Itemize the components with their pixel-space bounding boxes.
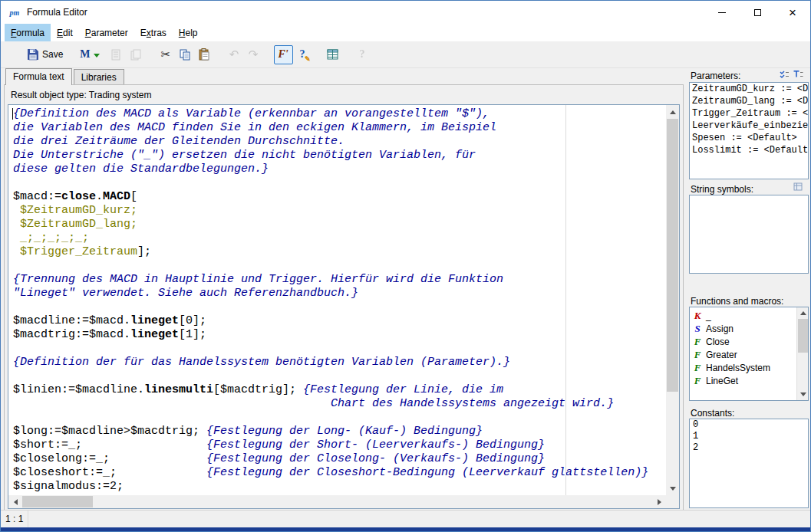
margin-guide-line [565, 105, 566, 495]
scroll-down-button[interactable] [666, 482, 679, 495]
code-line: $signalmodus:=2; [13, 480, 666, 494]
menu-item-formula[interactable]: Formula [5, 24, 51, 41]
functions-label: Functions and macros: [691, 296, 783, 307]
scroll-right-icon [658, 499, 664, 505]
code-line: $ZeitraumGD_kurz; [13, 204, 666, 218]
vertical-scroll-thumb[interactable] [667, 119, 678, 392]
tab-page: Result object type: Trading system {Defi… [4, 84, 684, 511]
paste-button[interactable] [195, 45, 214, 64]
code-lines[interactable]: {Definition des MACD als Variable (erken… [8, 105, 666, 495]
menu-item-parameter[interactable]: Parameter [79, 24, 134, 41]
code-line: {Definition des MACD als Variable (erken… [13, 107, 666, 121]
code-line [13, 411, 666, 425]
maximize-button[interactable] [740, 1, 775, 24]
table-view-button[interactable] [323, 45, 342, 64]
constant-item[interactable]: 2 [690, 442, 808, 454]
function-item[interactable]: K_ [690, 309, 796, 322]
scroll-up-icon [670, 107, 676, 114]
formula-wizard-button[interactable]: ?✎ [293, 45, 312, 64]
insert-module-button[interactable]: M [77, 45, 102, 64]
menu-item-help[interactable]: Help [173, 24, 204, 41]
horizontal-scroll-thumb[interactable] [22, 496, 93, 507]
code-line: $long:=$macdline>$macdtrig; {Festlegung … [13, 425, 666, 438]
menu-bar: FormulaEditParameterExtrasHelp [1, 24, 810, 41]
function-item[interactable]: SAssign [690, 322, 796, 335]
app-icon: pm [8, 6, 21, 18]
constants-list[interactable]: 012 [689, 419, 809, 508]
tab-control: Formula text Libraries Result object typ… [4, 68, 684, 511]
constant-item[interactable]: 1 [690, 431, 808, 442]
tab-libraries[interactable]: Libraries [74, 69, 124, 84]
maximize-icon [754, 9, 761, 16]
string-symbols-icon[interactable] [793, 182, 804, 192]
window-title: Formula Editor [27, 7, 87, 18]
cut-button[interactable]: ✂ [157, 45, 176, 64]
menu-item-extras[interactable]: Extras [134, 24, 173, 41]
code-line [13, 259, 666, 273]
title-bar: pm Formula Editor × [1, 1, 810, 24]
copy-icon [180, 49, 191, 61]
code-line: $macdline:=$macd.lineget[0]; [13, 314, 666, 328]
save-button[interactable]: Save [24, 45, 66, 64]
functions-scrollbar[interactable] [796, 307, 808, 400]
functions-scroll-up-button[interactable] [797, 307, 809, 318]
code-line: {Definition der für das Handelssystem be… [13, 356, 666, 369]
parameters-list[interactable]: ZeitraumGD_kurz := <DZeitraumGD_lang := … [689, 82, 809, 179]
string-symbols-label: String symbols: [691, 184, 753, 195]
tab-formula-text[interactable]: Formula text [5, 68, 72, 85]
formula-editor: {Definition des MACD als Variable (erken… [8, 104, 680, 509]
check-formula-button[interactable]: F' [274, 45, 293, 64]
scrollbar-corner [666, 495, 679, 508]
copy-button[interactable] [176, 45, 195, 64]
parameter-item[interactable]: Leerverkäufe_einbezie [690, 120, 808, 132]
check-parameters-icon[interactable] [779, 69, 790, 80]
code-line: "Lineget" verwendet. Siehe auch Referenz… [13, 287, 666, 300]
parameter-item[interactable]: ZeitraumGD_kurz := <D [690, 83, 808, 95]
menu-item-edit[interactable]: Edit [51, 24, 79, 41]
save-icon [27, 48, 39, 61]
parameter-item[interactable]: ZeitraumGD_lang := <D [690, 95, 808, 107]
close-button[interactable]: × [775, 1, 810, 24]
string-symbols-list[interactable] [689, 195, 809, 274]
code-line: die Variablen des MACD finden Sie in den… [13, 121, 666, 135]
duplicate-formula-button [127, 45, 146, 64]
help-icon: ? [360, 48, 365, 61]
module-arrow-icon [94, 54, 100, 61]
code-line: $macd:=close.MACD[ [13, 190, 666, 204]
parameters-label: Parameters: [691, 71, 740, 81]
functions-list[interactable]: K_SAssignFCloseFGreaterFHandelsSystemFLi… [690, 307, 796, 400]
status-bar: 1 : 1 [1, 510, 810, 527]
minimize-button[interactable] [704, 1, 740, 24]
code-line [13, 300, 666, 314]
parameter-item[interactable]: Losslimit := <Default [690, 144, 808, 156]
function-item[interactable]: FHandelsSystem [690, 361, 796, 374]
constants-label: Constants: [691, 408, 734, 419]
scroll-left-button[interactable] [8, 495, 21, 508]
zoom-level: 1 : 1 [1, 511, 28, 527]
table-icon [327, 49, 338, 60]
function-item[interactable]: FClose [690, 335, 796, 348]
undo-icon: ↶ [229, 48, 239, 61]
function-item[interactable]: FGreater [690, 348, 796, 361]
functions-scroll-down-button[interactable] [797, 389, 809, 400]
toolbar: Save M ✂ [1, 41, 810, 68]
code-line [13, 176, 666, 190]
editor-horizontal-scrollbar[interactable] [8, 495, 666, 508]
text-caret [12, 108, 13, 120]
formula-block-icon [111, 49, 122, 61]
module-icon: M [80, 48, 90, 61]
scroll-right-button[interactable] [653, 495, 666, 508]
functions-box: K_SAssignFCloseFGreaterFHandelsSystemFLi… [689, 307, 809, 401]
parameter-item[interactable]: Trigger_Zeitraum := < [690, 107, 808, 120]
scroll-up-button[interactable] [666, 105, 679, 118]
code-line: $ZeitraumGD_lang; [13, 218, 666, 232]
code-line: $linien:=$macdline.linesmulti[$macdtrig]… [13, 383, 666, 397]
function-item[interactable]: FLineGet [690, 374, 796, 387]
editor-vertical-scrollbar[interactable] [666, 105, 679, 495]
parameter-item[interactable]: Spesen := <Default> [690, 132, 808, 144]
code-line: Die Unterstriche ("_") ersetzen die nich… [13, 149, 666, 163]
parameter-type-icon[interactable] [793, 69, 804, 80]
constant-item[interactable]: 0 [690, 419, 808, 431]
code-line [13, 342, 666, 356]
functions-scroll-thumb[interactable] [798, 319, 808, 353]
